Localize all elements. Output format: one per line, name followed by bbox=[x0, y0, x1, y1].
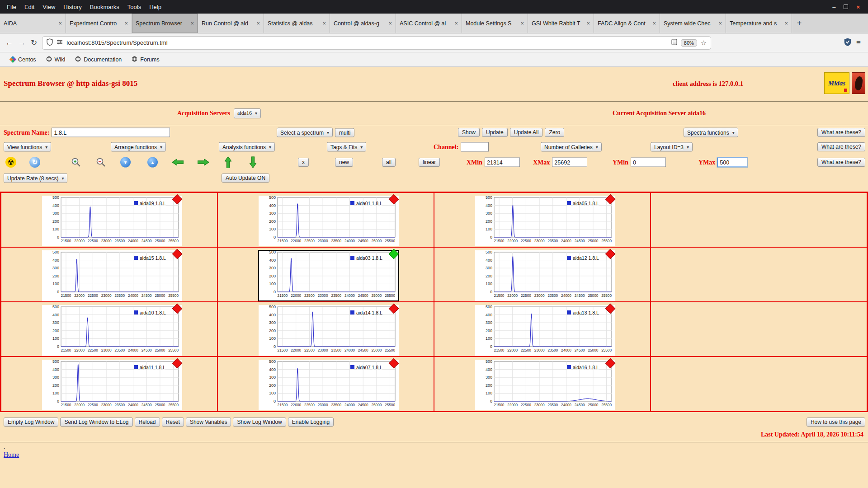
spectrum-cell-aida12[interactable]: 2150022000225002300023500240002450025000… bbox=[434, 247, 651, 302]
spectrum-chart-aida16[interactable]: 2150022000225002300023500240002450025000… bbox=[475, 360, 615, 410]
what-are-these-button[interactable]: What are these? bbox=[817, 158, 865, 167]
empty-log-window-button[interactable]: Empty Log Window bbox=[4, 418, 58, 427]
spectra-functions-select[interactable]: Spectra functions bbox=[684, 128, 738, 137]
close-button[interactable]: × bbox=[856, 4, 860, 10]
minimize-button[interactable]: – bbox=[832, 4, 835, 10]
reset-button[interactable]: Reset bbox=[162, 418, 184, 427]
tab-close-icon[interactable]: × bbox=[718, 20, 722, 27]
tags-fits-select[interactable]: Tags & Fits bbox=[327, 142, 366, 152]
tab-close-icon[interactable]: × bbox=[190, 20, 194, 27]
tab-statistics-aidas[interactable]: Statistics @ aidas× bbox=[264, 14, 330, 33]
tab-close-icon[interactable]: × bbox=[124, 20, 128, 27]
tab-temperature-and-s[interactable]: Temperature and s× bbox=[726, 14, 792, 33]
refresh-icon[interactable]: ↻ bbox=[29, 157, 40, 168]
tab-close-icon[interactable]: × bbox=[652, 20, 656, 27]
update-all-button[interactable]: Update All bbox=[510, 128, 543, 137]
analysis-functions-select[interactable]: Analysis functions bbox=[219, 142, 275, 152]
menu-history[interactable]: History bbox=[59, 4, 85, 10]
spectrum-cell-aida09[interactable]: 2150022000225002300023500240002450025000… bbox=[1, 192, 217, 247]
spectrum-chart-aida14[interactable]: 2150022000225002300023500240002450025000… bbox=[259, 305, 399, 356]
spectrum-cell-aida15[interactable]: 2150022000225002300023500240002450025000… bbox=[1, 247, 217, 302]
tab-gsi-white-rabbit-t[interactable]: GSI White Rabbit T× bbox=[528, 14, 594, 33]
spectrum-cell-aida10[interactable]: 2150022000225002300023500240002450025000… bbox=[1, 302, 217, 357]
update-rate-select[interactable]: Update Rate (8 secs) bbox=[4, 174, 67, 183]
view-functions-select[interactable]: View functions bbox=[4, 142, 51, 152]
spectrum-chart-aida12[interactable]: 2150022000225002300023500240002450025000… bbox=[475, 250, 615, 301]
tab-close-icon[interactable]: × bbox=[586, 20, 590, 27]
back-icon[interactable]: ← bbox=[5, 39, 13, 47]
enable-logging-button[interactable]: Enable Logging bbox=[288, 418, 334, 427]
tab-close-icon[interactable]: × bbox=[58, 20, 62, 27]
tab-run-control-aid[interactable]: Run Control @ aid× bbox=[198, 14, 264, 33]
send-log-window-to-elog-button[interactable]: Send Log Window to ELog bbox=[60, 418, 132, 427]
show-button[interactable]: Show bbox=[458, 128, 480, 137]
forward-icon[interactable]: → bbox=[18, 39, 26, 47]
zoom-indicator[interactable]: 80% bbox=[681, 39, 697, 47]
show-variables-button[interactable]: Show Variables bbox=[186, 418, 231, 427]
permissions-icon[interactable] bbox=[57, 39, 63, 47]
tab-close-icon[interactable]: × bbox=[784, 20, 788, 27]
auto-update-button[interactable]: Auto Update ON bbox=[222, 174, 269, 183]
reload-icon[interactable]: ↻ bbox=[31, 39, 37, 47]
tab-asic-control-ai[interactable]: ASIC Control @ ai× bbox=[396, 14, 462, 33]
new-button[interactable]: new bbox=[335, 158, 353, 167]
update-button[interactable]: Update bbox=[482, 128, 508, 137]
how-to-use-button[interactable]: How to use this page bbox=[807, 418, 865, 427]
spectrum-chart-aida07[interactable]: 2150022000225002300023500240002450025000… bbox=[259, 360, 399, 410]
tab-close-icon[interactable]: × bbox=[388, 20, 392, 27]
tab-close-icon[interactable]: × bbox=[454, 20, 458, 27]
spectrum-chart-aida09[interactable]: 2150022000225002300023500240002450025000… bbox=[42, 196, 182, 246]
tab-aida[interactable]: AIDA× bbox=[0, 14, 66, 33]
spectrum-cell-aida01[interactable]: 2150022000225002300023500240002450025000… bbox=[217, 192, 434, 247]
xmin-input[interactable] bbox=[485, 158, 520, 167]
extension-shield-icon[interactable] bbox=[844, 38, 851, 48]
zoom-in-icon[interactable] bbox=[71, 157, 81, 168]
tracking-shield-icon[interactable] bbox=[47, 38, 53, 47]
ymin-input[interactable] bbox=[631, 158, 666, 167]
show-log-window-button[interactable]: Show Log Window bbox=[233, 418, 286, 427]
spectrum-chart-aida15[interactable]: 2150022000225002300023500240002450025000… bbox=[42, 250, 182, 301]
spectrum-chart-aida11[interactable]: 2150022000225002300023500240002450025000… bbox=[42, 360, 182, 410]
tab-experiment-contro[interactable]: Experiment Contro× bbox=[66, 14, 132, 33]
spectrum-cell-aida13[interactable]: 2150022000225002300023500240002450025000… bbox=[434, 302, 651, 357]
scroll-up-icon[interactable]: ▲ bbox=[147, 157, 158, 168]
tab-control-aidas-g[interactable]: Control @ aidas-g× bbox=[330, 14, 396, 33]
spectrum-cell-aida16[interactable]: 2150022000225002300023500240002450025000… bbox=[434, 357, 651, 411]
menu-bookmarks[interactable]: Bookmarks bbox=[86, 4, 123, 10]
multi-button[interactable]: multi bbox=[335, 128, 354, 137]
bookmark-forums[interactable]: Forums bbox=[127, 56, 164, 63]
select-a-spectrum-select[interactable]: Select a spectrum bbox=[277, 128, 333, 137]
linear-button[interactable]: linear bbox=[419, 158, 440, 167]
scroll-down-icon[interactable]: ▼ bbox=[120, 157, 131, 168]
xmax-input[interactable] bbox=[552, 158, 587, 167]
what-are-these-button[interactable]: What are these? bbox=[817, 142, 865, 151]
what-are-these-button[interactable]: What are these? bbox=[817, 128, 865, 137]
menu-tools[interactable]: Tools bbox=[123, 4, 145, 10]
url-bar[interactable]: localhost:8015/Spectrum/Spectrum.tml 80%… bbox=[42, 36, 711, 50]
menu-edit[interactable]: Edit bbox=[20, 4, 38, 10]
tab-fadc-align-cont[interactable]: FADC Align & Cont× bbox=[594, 14, 660, 33]
bookmark-star-icon[interactable]: ☆ bbox=[701, 39, 707, 47]
spectrum-cell-aida05[interactable]: 2150022000225002300023500240002450025000… bbox=[434, 192, 651, 247]
new-tab-button[interactable]: + bbox=[792, 14, 807, 33]
reader-mode-icon[interactable] bbox=[671, 39, 677, 47]
spectrum-name-input[interactable] bbox=[52, 128, 170, 137]
spectrum-chart-aida03[interactable]: 2150022000225002300023500240002450025000… bbox=[259, 250, 399, 301]
home-link[interactable]: Home bbox=[4, 451, 19, 459]
tab-close-icon[interactable]: × bbox=[520, 20, 524, 27]
tab-close-icon[interactable]: × bbox=[256, 20, 260, 27]
move-right-icon[interactable] bbox=[198, 159, 209, 166]
spectrum-cell-aida11[interactable]: 2150022000225002300023500240002450025000… bbox=[1, 357, 217, 411]
url-text[interactable]: localhost:8015/Spectrum/Spectrum.tml bbox=[66, 39, 668, 46]
x-button[interactable]: x bbox=[298, 158, 309, 167]
number-of-galleries-select[interactable]: Number of Galleries bbox=[541, 142, 602, 152]
acquisition-server-select[interactable]: aida16 bbox=[234, 108, 261, 118]
menu-view[interactable]: View bbox=[38, 4, 59, 10]
move-left-icon[interactable] bbox=[172, 159, 184, 166]
menu-help[interactable]: Help bbox=[145, 4, 165, 10]
layout-id-select[interactable]: Layout ID=3 bbox=[651, 142, 693, 152]
tab-spectrum-browser[interactable]: Spectrum Browser× bbox=[132, 14, 198, 33]
ymax-input[interactable] bbox=[717, 158, 747, 167]
channel-input[interactable] bbox=[461, 142, 489, 152]
spectrum-chart-aida05[interactable]: 2150022000225002300023500240002450025000… bbox=[475, 196, 615, 246]
